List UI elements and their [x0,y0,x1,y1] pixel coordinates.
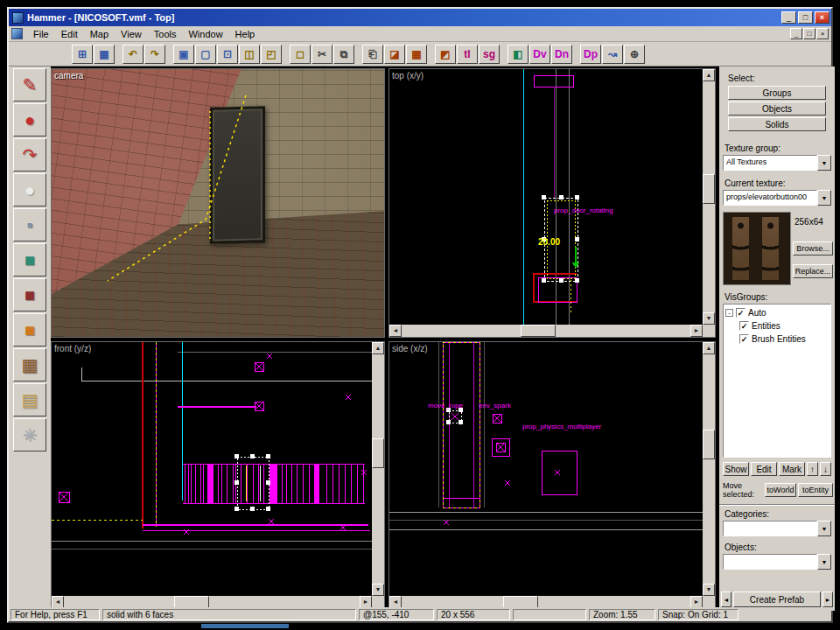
horizontal-scrollbar[interactable]: ◄ ► [389,596,703,608]
ignore-groups-icon[interactable]: ⊡ [217,45,238,64]
texture-application-tool[interactable]: ■ [13,243,46,276]
carve-icon[interactable]: ◪ [384,45,405,64]
entity-tool[interactable]: ● [13,173,46,206]
dropdown-arrow-icon[interactable]: ▼ [817,554,831,570]
undo-icon[interactable]: ↶ [122,45,144,64]
top-viewport[interactable]: top (x/y) prop_door_rotating 20.00 ▲ ▼ ◄… [388,68,716,338]
scroll-down-icon[interactable]: ▼ [703,584,715,596]
vertex-tool[interactable]: ✳ [13,418,46,452]
texture-lock-icon[interactable]: tl [457,45,478,64]
path-tool-icon[interactable]: ↝ [602,45,623,64]
to-entity-button[interactable]: toEntity [798,483,833,497]
prefab-next-icon[interactable]: ► [822,592,833,607]
scroll-right-icon[interactable]: ► [690,596,703,608]
magnify-tool[interactable]: ● [13,103,46,136]
to-world-button[interactable]: toWorld [765,483,796,497]
visgroup-item[interactable]: ✓ Brush Entities [739,332,829,346]
scroll-left-icon[interactable]: ◄ [389,325,402,337]
camera-viewport[interactable]: camera [51,68,385,338]
replace-button[interactable]: Replace... [793,264,833,278]
toggle-grid-2d-icon[interactable]: ⊞ [72,45,93,64]
menu-item[interactable]: Tools [148,27,183,41]
menu-item[interactable]: View [115,27,148,41]
redo-icon[interactable]: ↷ [144,45,165,64]
target-icon[interactable]: ⊕ [624,45,645,64]
apply-current-texture-tool[interactable]: ■ [13,278,46,312]
front-viewport[interactable]: front (y/z) ▲ ▼ ◄ ► [51,341,385,609]
paste-icon[interactable]: ⎗ [362,45,383,64]
texture-group-dropdown[interactable]: All Textures ▼ [723,155,831,171]
texture-application-icon[interactable]: ◧ [508,45,528,64]
checkbox-checked-icon[interactable]: ✓ [739,334,749,344]
horizontal-scrollbar[interactable]: ◄ ► [52,596,372,608]
expander-icon[interactable]: - [725,309,733,317]
hide-selected-icon[interactable]: ◫ [239,45,260,64]
scrollbar-thumb[interactable] [703,430,715,459]
current-texture-dropdown[interactable]: props/elevatorbutton00 ▼ [723,190,831,206]
menu-item[interactable]: File [27,27,55,41]
mdi-close-button[interactable]: × [816,28,829,39]
horizontal-scrollbar[interactable]: ◄ ► [389,325,703,337]
close-button[interactable]: × [815,11,830,24]
scroll-right-icon[interactable]: ► [690,325,703,337]
move-up-icon[interactable]: ↑ [807,462,818,476]
displacement-mask-icon[interactable]: Dp [580,45,601,64]
block-tool[interactable]: ▪ [13,208,46,242]
select-objects-button[interactable]: Objects [728,102,826,116]
ungroup-icon[interactable]: ▢ [195,45,216,64]
displacement-sculpt-icon[interactable]: Dn [551,45,572,64]
show-all-icon[interactable]: ◻ [290,45,311,64]
mark-button[interactable]: Mark [779,462,805,476]
scrollbar-thumb[interactable] [521,325,556,337]
browse-button[interactable]: Browse... [793,242,833,256]
cut-icon[interactable]: ✂ [312,45,332,64]
scrollbar-thumb[interactable] [372,438,384,468]
scroll-up-icon[interactable]: ▲ [703,342,715,354]
create-prefab-button[interactable]: Create Prefab [733,592,821,607]
scroll-right-icon[interactable]: ► [360,596,372,608]
maximize-button[interactable]: □ [798,11,813,24]
hide-unselected-icon[interactable]: ◰ [261,45,282,64]
mdi-restore-button[interactable]: □ [803,28,816,39]
visgroups-list[interactable]: - ✓ Auto ✓ Entities ✓ Brush Entities [723,304,831,458]
scroll-left-icon[interactable]: ◄ [52,596,64,608]
scrollbar-thumb[interactable] [174,596,209,608]
checkbox-checked-icon[interactable]: ✓ [736,308,746,318]
prefab-prev-icon[interactable]: ◄ [721,592,732,607]
dropdown-arrow-icon[interactable]: ▼ [817,190,831,206]
group-icon[interactable]: ▣ [173,45,194,64]
scroll-down-icon[interactable]: ▼ [703,312,715,325]
title-bar[interactable]: Hammer - [NICOSOFT.vmf - Top] _ □ × [9,9,831,26]
mdi-minimize-button[interactable]: _ [790,28,802,39]
dropdown-arrow-icon[interactable]: ▼ [817,155,831,171]
categories-dropdown[interactable]: ▼ [723,521,831,536]
scroll-left-icon[interactable]: ◄ [389,596,402,608]
scrollbar-thumb[interactable] [703,174,715,204]
move-down-icon[interactable]: ↓ [820,462,831,476]
decal-tool[interactable]: ■ [13,313,46,346]
side-viewport[interactable]: side (x/z) move_rope env_spark prop_phys… [388,341,716,609]
vertical-scrollbar[interactable]: ▲ ▼ [372,342,384,596]
menu-item[interactable]: Map [84,27,115,41]
menu-item[interactable]: Help [229,27,262,41]
scroll-up-icon[interactable]: ▲ [703,69,715,81]
toggle-grid-3d-icon[interactable]: ▦ [94,45,115,64]
scroll-up-icon[interactable]: ▲ [372,342,384,354]
scrollbar-thumb[interactable] [503,596,538,608]
overlay-tool[interactable]: ▦ [13,348,46,382]
selection-tool[interactable]: ✎ [13,68,46,102]
show-button[interactable]: Show [723,462,749,476]
menu-item[interactable]: Window [182,27,228,41]
visgroup-item[interactable]: - ✓ Auto [725,306,829,319]
clipping-tool[interactable]: ▤ [13,383,46,416]
visgroup-item[interactable]: ✓ Entities [739,319,829,332]
menu-item[interactable]: Edit [55,27,84,41]
hollow-icon[interactable]: ▦ [406,45,427,64]
edit-button[interactable]: Edit [751,462,777,476]
select-solids-button[interactable]: Solids [728,117,826,131]
minimize-button[interactable]: _ [781,11,796,24]
checkbox-checked-icon[interactable]: ✓ [739,321,749,331]
select-groups-button[interactable]: Groups [728,86,826,100]
copy-icon[interactable]: ⧉ [333,45,354,64]
snap-to-grid-icon[interactable]: sg [479,45,500,64]
